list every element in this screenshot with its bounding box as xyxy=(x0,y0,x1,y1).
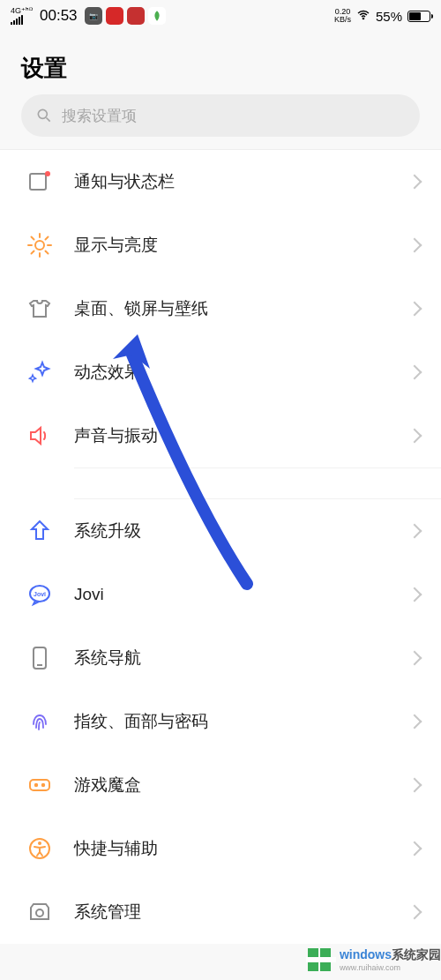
status-left: 4G⁺ʰᴰ 00:53 📷 xyxy=(11,7,166,25)
svg-point-22 xyxy=(38,842,41,845)
row-navigation[interactable]: 系统导航 xyxy=(0,626,441,690)
brightness-sun-icon xyxy=(26,232,53,258)
row-label: 指纹、面部与密码 xyxy=(74,710,409,733)
section-divider xyxy=(0,468,441,499)
svg-line-13 xyxy=(46,237,49,240)
search-input[interactable]: 搜索设置项 xyxy=(21,94,420,137)
svg-line-10 xyxy=(32,237,34,240)
app-notification-icon xyxy=(106,7,123,25)
chevron-right-icon xyxy=(407,587,422,602)
row-label: 声音与振动 xyxy=(74,424,409,447)
svg-point-4 xyxy=(45,171,50,176)
row-security[interactable]: 指纹、面部与密码 xyxy=(0,690,441,753)
chevron-right-icon xyxy=(407,365,422,380)
sparkle-icon xyxy=(26,359,53,385)
battery-percent: 55% xyxy=(376,9,402,24)
svg-point-5 xyxy=(35,241,44,250)
chevron-right-icon xyxy=(407,238,422,253)
row-system-mgmt[interactable]: 系统管理 xyxy=(0,880,441,944)
row-label: 游戏魔盒 xyxy=(74,774,409,797)
wifi-icon xyxy=(356,8,370,25)
camera-outline-icon xyxy=(26,899,53,925)
search-placeholder: 搜索设置项 xyxy=(62,106,137,126)
phone-outline-icon xyxy=(26,645,53,671)
watermark: windows系统家园 www.ruihaiw.com xyxy=(306,945,441,975)
jovi-bubble-icon: Jovi xyxy=(26,581,53,608)
row-label: 通知与状态栏 xyxy=(74,170,409,193)
app-notification-icon: 📷 xyxy=(85,7,102,25)
notification-badge-icon xyxy=(26,168,53,195)
chevron-right-icon xyxy=(407,175,422,190)
row-label: Jovi xyxy=(74,585,409,604)
status-right: 0.20 KB/s 55% xyxy=(334,8,430,25)
app-notification-icon xyxy=(127,7,145,25)
row-label: 系统升级 xyxy=(74,520,409,542)
row-label: 桌面、锁屏与壁纸 xyxy=(74,297,409,320)
accessibility-person-icon xyxy=(26,835,53,862)
network-indicator: 4G⁺ʰᴰ xyxy=(11,7,33,25)
settings-list: 通知与状态栏 显示与亮度 桌面、锁屏与壁纸 动态效果 声音与振动 xyxy=(0,149,441,944)
arrow-up-fat-icon xyxy=(26,518,53,544)
chevron-right-icon xyxy=(407,778,422,793)
svg-line-11 xyxy=(46,251,49,254)
chevron-right-icon xyxy=(407,651,422,666)
row-label: 显示与亮度 xyxy=(74,234,409,257)
row-upgrade[interactable]: 系统升级 xyxy=(0,499,441,563)
row-label: 动态效果 xyxy=(74,361,409,384)
row-wallpaper[interactable]: 桌面、锁屏与壁纸 xyxy=(0,277,441,340)
network-type-label: 4G⁺ʰᴰ xyxy=(11,7,33,15)
row-label: 快捷与辅助 xyxy=(74,837,409,860)
svg-line-2 xyxy=(47,118,50,122)
row-notification[interactable]: 通知与状态栏 xyxy=(0,150,441,213)
svg-point-20 xyxy=(42,784,44,786)
row-display[interactable]: 显示与亮度 xyxy=(0,213,441,277)
search-wrap: 搜索设置项 xyxy=(0,94,441,149)
chevron-right-icon xyxy=(407,714,422,729)
row-label: 系统管理 xyxy=(74,901,409,924)
row-gamebox[interactable]: 游戏魔盒 xyxy=(0,753,441,817)
status-bar: 4G⁺ʰᴰ 00:53 📷 0.20 KB/s 55% xyxy=(0,0,441,32)
watermark-text: windows系统家园 www.ruihaiw.com xyxy=(340,947,441,972)
clock: 00:53 xyxy=(40,7,78,25)
row-animation[interactable]: 动态效果 xyxy=(0,340,441,404)
chevron-right-icon xyxy=(407,302,422,317)
chevron-right-icon xyxy=(407,429,422,444)
svg-line-12 xyxy=(32,251,34,254)
svg-point-19 xyxy=(35,784,37,786)
chevron-right-icon xyxy=(407,524,422,539)
svg-rect-29 xyxy=(306,957,336,962)
watermark-logo-icon xyxy=(306,945,336,975)
row-accessibility[interactable]: 快捷与辅助 xyxy=(0,817,441,880)
svg-rect-18 xyxy=(30,780,49,790)
svg-point-0 xyxy=(363,18,363,19)
row-sound[interactable]: 声音与振动 xyxy=(0,404,441,468)
chevron-right-icon xyxy=(407,905,422,920)
svg-point-23 xyxy=(36,909,43,916)
network-speed: 0.20 KB/s xyxy=(334,8,351,24)
tshirt-icon xyxy=(26,295,53,322)
row-jovi[interactable]: Jovi Jovi xyxy=(0,563,441,626)
page-title: 设置 xyxy=(0,32,441,94)
signal-bars-icon xyxy=(11,15,23,25)
row-label: 系统导航 xyxy=(74,647,409,670)
speaker-icon xyxy=(26,423,53,449)
app-notification-icon xyxy=(148,7,166,25)
svg-point-1 xyxy=(38,109,47,118)
search-icon xyxy=(35,107,53,124)
svg-text:Jovi: Jovi xyxy=(34,591,46,597)
gamepad-icon xyxy=(26,772,53,798)
battery-icon xyxy=(407,11,430,22)
fingerprint-icon xyxy=(26,708,53,735)
svg-rect-3 xyxy=(30,174,46,190)
chevron-right-icon xyxy=(407,842,422,857)
